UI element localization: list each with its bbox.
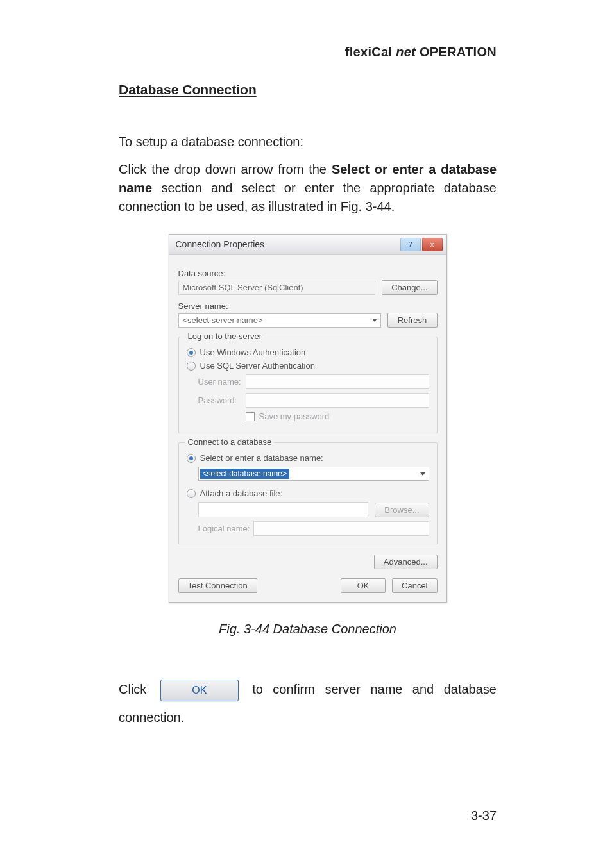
radio-icon (187, 362, 196, 371)
data-source-label: Data source: (178, 269, 438, 278)
doc-header-suffix: OPERATION (416, 45, 497, 59)
change-button[interactable]: Change... (382, 280, 437, 295)
radio-icon (187, 489, 196, 498)
window-buttons: ? x (399, 238, 443, 251)
inline-ok-button: OK (160, 680, 239, 701)
radio-select-db[interactable]: Select or enter a database name: (187, 453, 429, 463)
chevron-down-icon (369, 319, 380, 322)
close-icon[interactable]: x (422, 238, 443, 251)
password-label: Password: (198, 396, 246, 405)
intro-text: To setup a database connection: (119, 133, 497, 151)
figure-caption: Fig. 3-44 Database Connection (119, 622, 497, 637)
advanced-button[interactable]: Advanced... (374, 555, 438, 569)
connect-database-group: Connect to a database Select or enter a … (178, 442, 438, 544)
username-label: User name: (198, 377, 246, 387)
database-name-selected: <select database name> (200, 469, 289, 479)
cancel-button[interactable]: Cancel (392, 578, 437, 593)
radio-icon (187, 348, 196, 357)
dialog-titlebar[interactable]: Connection Properties ? x (169, 235, 446, 255)
data-source-value: Microsoft SQL Server (SqlClient) (178, 281, 376, 295)
save-password-checkbox: Save my password (246, 412, 429, 421)
section-title: Database Connection (119, 82, 497, 97)
save-password-label: Save my password (259, 412, 330, 421)
radio-attach-file[interactable]: Attach a database file: (187, 488, 429, 498)
para2-prefix: Click the drop down arrow from the (119, 162, 332, 176)
radio-windows-auth-label: Use Windows Authentication (200, 347, 306, 357)
test-connection-button[interactable]: Test Connection (178, 578, 257, 593)
server-name-value: <select server name> (183, 315, 263, 325)
database-name-dropdown[interactable]: <select database name> (198, 467, 429, 481)
dialog-title: Connection Properties (176, 239, 265, 249)
server-name-label: Server name: (178, 301, 438, 311)
attach-file-input (198, 502, 369, 517)
radio-attach-label: Attach a database file: (200, 488, 283, 498)
connect-group-title: Connect to a database (185, 437, 275, 447)
password-row: Password: (198, 393, 429, 408)
username-input (246, 374, 429, 389)
radio-sql-auth-label: Use SQL Server Authentication (200, 361, 315, 371)
radio-icon (187, 454, 196, 463)
para2-suffix: section and select or enter the appropri… (119, 181, 497, 213)
doc-header-italic: net (396, 45, 416, 59)
radio-windows-auth[interactable]: Use Windows Authentication (187, 347, 429, 357)
radio-sql-auth[interactable]: Use SQL Server Authentication (187, 361, 429, 371)
logical-name-row: Logical name: (198, 521, 429, 536)
browse-button: Browse... (375, 503, 429, 517)
connection-properties-dialog: Connection Properties ? x Data source: M… (169, 234, 447, 603)
logon-group-title: Log on to the server (185, 331, 265, 341)
username-row: User name: (198, 374, 429, 389)
logical-name-input (253, 521, 429, 536)
server-name-dropdown[interactable]: <select server name> (178, 313, 381, 328)
doc-header-prefix: flexiCal (345, 45, 396, 59)
instruction-paragraph: Click the drop down arrow from the Selec… (119, 160, 497, 216)
page-number: 3-37 (471, 808, 497, 823)
radio-select-db-label: Select or enter a database name: (200, 453, 323, 463)
dialog-body: Data source: Microsoft SQL Server (SqlCl… (169, 255, 446, 602)
help-icon[interactable]: ? (400, 238, 421, 251)
password-input (246, 393, 429, 408)
chevron-down-icon (417, 472, 429, 476)
document-header: flexiCal net OPERATION (119, 45, 497, 60)
checkbox-icon (246, 412, 255, 421)
logon-group: Log on to the server Use Windows Authent… (178, 337, 438, 433)
click-prefix: Click (119, 682, 157, 696)
ok-button[interactable]: OK (341, 578, 386, 593)
logical-name-label: Logical name: (198, 524, 253, 533)
click-instruction: Click OK to confirm server name and data… (119, 675, 497, 731)
refresh-button[interactable]: Refresh (387, 313, 438, 328)
